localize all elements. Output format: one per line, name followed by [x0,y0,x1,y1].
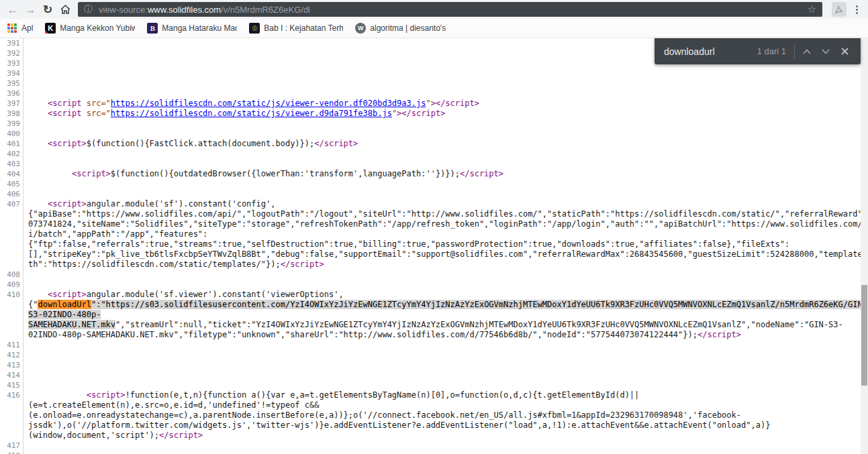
code-text: </script> [281,260,324,269]
line-number [0,209,23,219]
line-number [0,260,23,270]
line-number: 415 [0,380,23,390]
back-arrow-icon: ← [7,4,19,15]
home-icon [60,4,71,15]
code-row: 406 [0,189,861,199]
url-text: view-source:www.solidfiles.com/v/n5MrdmR… [99,5,802,15]
code-row: (e=t.createElement(n),e.src=o,e.id=d,'un… [0,400,861,410]
line-number: 410 [0,290,23,300]
line-number: 408 [0,270,23,280]
code-row: 395 [0,78,861,89]
code-row: (e.onload=e.onreadystatechange=c),a.pare… [0,410,861,420]
line-number: 402 [0,149,23,159]
find-bar: downloadurl 1 dari 1 [655,38,861,64]
code-row: 400 [0,129,861,139]
source-link[interactable]: https://solidfilescdn.com/static/js/view… [111,109,392,118]
code-line-text [23,270,861,280]
code-row: 02INDO-480p-SAMEHADAKU.NET.mkv","filetyp… [0,330,861,340]
scrollbar-thumb[interactable] [861,285,867,386]
bab-favicon: ♔ [249,23,260,34]
find-bar-divider [794,44,795,59]
line-number: 401 [0,139,23,149]
bookmark-manga-hataraku[interactable]: B Manga Hataraku Mao [147,23,237,34]
line-number [0,219,23,229]
line-number [0,300,23,310]
forward-button[interactable]: → [21,1,39,17]
bookmark-apps[interactable]: Apl [7,23,33,34]
code-row: 073741824,"siteName":"Solidfiles","siteT… [0,219,861,229]
code-line-text [23,179,861,189]
pdf-extension-button[interactable] [832,2,847,17]
code-line-text [23,370,861,380]
code-line-text: <script src="https://solidfilescdn.com/s… [23,109,861,119]
line-number [0,400,23,410]
home-button[interactable] [56,1,74,17]
code-text: " [426,99,430,108]
source-link[interactable]: https://solidfilescdn.com/static/js/view… [111,99,426,108]
bookmark-label: Manga Kekkon Yubiw [60,23,135,33]
komiku-favicon: K [45,23,56,34]
close-icon [841,48,849,55]
find-previous-button[interactable] [798,42,816,61]
code-text: <script> [87,390,126,400]
code-line-text: <script>!function(e,t,n){function a(){va… [23,390,861,400]
code-text: ></script> [397,109,445,118]
bookmark-star-icon[interactable]: ☆ [808,3,816,15]
code-text [28,169,72,178]
chevron-down-icon [822,49,830,54]
bookmark-label: Apl [21,23,33,33]
code-row: 415 [0,380,861,390]
chrome-menu-button[interactable] [851,1,863,17]
code-line-text: <script>$(function(){FastClick.attach(do… [23,139,861,149]
menu-dot [856,5,858,7]
line-number [0,310,23,320]
line-number: 414 [0,370,23,380]
reload-button[interactable]: ↻ [39,1,56,17]
code-line-text: {"ftp":false,"referrals":true,"streams":… [23,239,861,249]
code-text: src=" [81,99,110,108]
bookmark-algoritma[interactable]: W algoritma | diesanto's [355,23,446,34]
code-text [28,99,48,108]
selected-text: S3-02INDO-480p- [28,310,101,319]
selected-text: SAMEHADAKU.NET.mkv [28,320,115,329]
line-number: 405 [0,179,23,189]
line-number: 396 [0,89,23,99]
code-row: 405 [0,179,861,189]
code-row: th":"https://solidfilescdn.com/static/te… [0,260,861,270]
code-row: jssdk'),o('//platform.twitter.com/widget… [0,420,861,431]
find-next-button[interactable] [816,42,835,61]
code-line-text: <script src="https://solidfilescdn.com/s… [23,99,861,109]
find-input[interactable]: downloadurl [664,46,757,57]
code-text: </script> [460,169,503,178]
code-text: <script> [48,139,87,148]
line-number: 403 [0,159,23,169]
code-line-text [23,380,861,390]
code-text: <script> [48,199,87,209]
line-number: 417 [0,441,23,451]
back-button[interactable]: ← [4,1,21,17]
browser-toolbar: ← → ↻ ⓘ view-source:www.solidfiles.com/v… [0,0,868,19]
vertical-scrollbar[interactable] [861,38,868,454]
line-number: 391 [0,38,23,48]
chevron-up-icon [803,49,811,54]
code-row: 399 [0,119,861,129]
line-number [0,249,23,260]
code-row: 396 [0,89,861,99]
code-row: 394 [0,68,861,78]
url-bar[interactable]: ⓘ view-source:www.solidfiles.com/v/n5Mrd… [78,2,822,17]
code-text: i/batch","appPath":"/app","features": [28,229,207,239]
page-info-icon[interactable]: ⓘ [84,3,93,15]
bookmark-label: Bab I : Kejahatan Terh [264,23,343,33]
bookmark-manga-kekkon[interactable]: K Manga Kekkon Yubiw [45,23,135,34]
code-text: 073741824,"siteName":"Solidfiles","siteT… [28,219,861,229]
code-line-text: 02INDO-480p-SAMEHADAKU.NET.mkv","filetyp… [23,330,861,340]
url-scheme: view-source: [99,5,148,15]
bookmark-bab-i[interactable]: ♔ Bab I : Kejahatan Terh [249,23,343,34]
menu-dot [856,9,858,11]
code-text: jssdk'),o('//platform.twitter.com/widget… [28,420,770,430]
find-close-button[interactable] [835,42,854,61]
code-rows: 391392393394395396397 <script src="https… [0,38,861,454]
code-text [28,139,48,148]
line-number: 418 [0,451,23,454]
manga-favicon: B [147,23,158,34]
